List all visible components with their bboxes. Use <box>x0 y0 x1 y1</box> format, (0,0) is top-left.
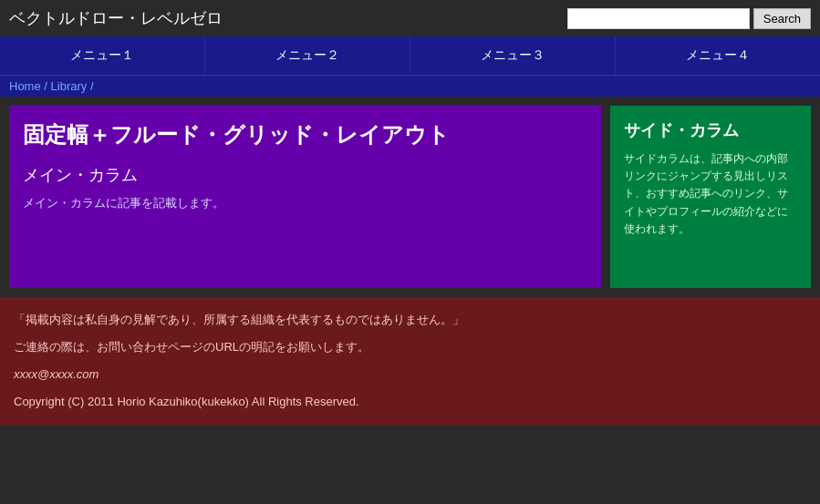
article-body: メイン・カラムに記事を記載します。 <box>23 195 587 211</box>
nav-item-2[interactable]: メニュー２ <box>205 36 410 75</box>
nav-item-1[interactable]: メニュー１ <box>0 36 205 75</box>
content-area: 固定幅＋フルード・グリッド・レイアウト メイン・カラム メイン・カラムに記事を記… <box>0 97 820 297</box>
breadcrumb-sep2: / <box>90 79 94 93</box>
side-column-title: サイド・カラム <box>624 119 797 141</box>
site-title: ベクトルドロー・レベルゼロ <box>9 7 223 29</box>
search-input[interactable] <box>567 8 750 29</box>
article-title: 固定幅＋フルード・グリッド・レイアウト <box>23 119 587 150</box>
breadcrumb: Home / Library / <box>0 75 820 97</box>
footer-contact: ご連絡の際は、お問い合わせページのURLの明記をお願いします。 <box>14 335 806 359</box>
search-button[interactable]: Search <box>753 8 811 29</box>
nav-item-4[interactable]: メニュー４ <box>616 36 820 75</box>
footer: 「掲載内容は私自身の見解であり、所属する組織を代表するものではありません。」 ご… <box>0 297 820 425</box>
main-nav: メニュー１ メニュー２ メニュー３ メニュー４ <box>0 36 820 75</box>
article-subtitle: メイン・カラム <box>23 164 587 186</box>
header: ベクトルドロー・レベルゼロ Search <box>0 0 820 36</box>
breadcrumb-sep1: / <box>44 79 50 93</box>
footer-copyright: Copyright (C) 2011 Horio Kazuhiko(kukekk… <box>14 390 806 414</box>
footer-email: xxxx@xxxx.com <box>14 363 806 386</box>
breadcrumb-home[interactable]: Home <box>9 79 41 93</box>
side-column: サイド・カラム サイドカラムは、記事内への内部リンクにジャンプする見出しリスト、… <box>610 106 811 288</box>
side-column-body: サイドカラムは、記事内への内部リンクにジャンプする見出しリスト、おすすめ記事への… <box>624 150 797 238</box>
search-area: Search <box>567 8 811 29</box>
breadcrumb-library[interactable]: Library <box>51 79 88 93</box>
nav-item-3[interactable]: メニュー３ <box>410 36 616 75</box>
footer-disclaimer: 「掲載内容は私自身の見解であり、所属する組織を代表するものではありません。」 <box>14 308 806 332</box>
main-column: 固定幅＋フルード・グリッド・レイアウト メイン・カラム メイン・カラムに記事を記… <box>9 106 601 288</box>
